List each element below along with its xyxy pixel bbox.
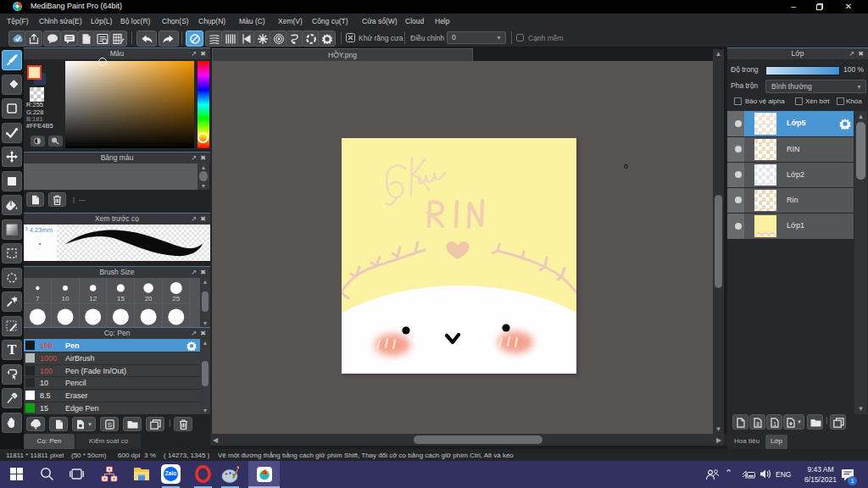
svg-text:20: 20 xyxy=(145,295,153,302)
svg-text:1: 1 xyxy=(773,421,776,427)
svg-text:7: 7 xyxy=(36,295,40,302)
svg-text:15: 15 xyxy=(117,295,125,302)
svg-text:10: 10 xyxy=(62,295,70,302)
svg-text:8: 8 xyxy=(756,421,760,427)
svg-text:25: 25 xyxy=(172,295,180,302)
svg-text:S: S xyxy=(108,421,112,429)
svg-text:12: 12 xyxy=(89,295,97,302)
